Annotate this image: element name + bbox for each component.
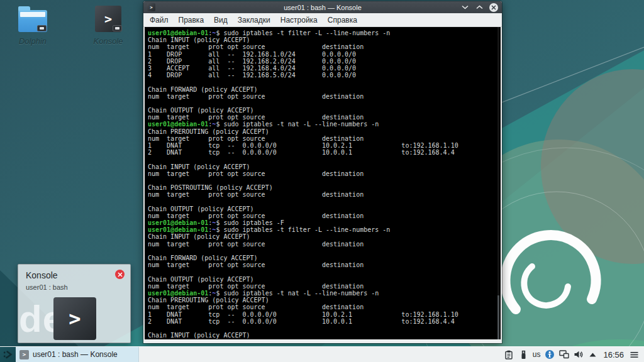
konsole-task-tooltip: Konsole user01 : bash >	[18, 264, 131, 343]
system-tray: us 16:56	[504, 347, 644, 362]
app-launcher-button[interactable]	[0, 347, 16, 362]
terminal-line: num target prot opt source destination	[148, 283, 501, 290]
terminal-line: Chain FORWARD (policy ACCEPT)	[148, 86, 501, 93]
desktop-icon-konsole[interactable]: > Konsole	[79, 4, 137, 46]
terminal-output[interactable]: user01@debian-01:~$ sudo iptables -t fil…	[145, 27, 501, 339]
terminal-line: num target prot opt source destination	[148, 241, 501, 248]
panel-menu-icon[interactable]	[629, 349, 640, 360]
keyboard-layout-indicator[interactable]: us	[533, 350, 541, 359]
terminal-line: Chain OUTPUT (policy ACCEPT)	[148, 276, 501, 283]
terminal-prompt-line: user01@debian-01:~$ sudo iptables -t fil…	[148, 30, 501, 36]
terminal-line	[148, 268, 501, 275]
terminal-line: num target prot opt source destination	[148, 212, 501, 219]
terminal-line: Chain INPUT (policy ACCEPT)	[148, 163, 501, 170]
terminal-prompt-line: user01@debian-01:~$ sudo iptables -F	[148, 219, 501, 226]
konsole-terminal-icon: >	[93, 4, 123, 34]
menu-settings[interactable]: Настройка	[275, 13, 323, 27]
terminal-line: 3 ACCEPT all -- 192.168.4.0/24 0.0.0.0/0	[148, 65, 501, 72]
info-center-icon[interactable]	[544, 349, 555, 360]
terminal-line	[148, 156, 501, 163]
terminal-line: 4 DROP all -- 192.168.5.0/24 0.0.0.0/0	[148, 72, 501, 79]
terminal-line	[148, 177, 501, 184]
clock[interactable]: 16:56	[603, 350, 624, 359]
minimize-button[interactable]	[460, 3, 469, 12]
task-konsole-icon: >	[19, 350, 29, 359]
terminal-line: num target prot opt source destination	[148, 304, 501, 310]
terminal-line: num target prot opt source destination	[148, 43, 501, 50]
terminal-line: 1 DNAT tcp -- 0.0.0.0/0 10.0.2.1 to:192.…	[148, 311, 501, 318]
terminal-line	[148, 199, 501, 206]
terminal-line: num target prot opt source destination	[148, 114, 501, 121]
display-network-icon[interactable]	[558, 349, 569, 360]
dolphin-folder-icon	[18, 4, 48, 34]
terminal-line	[148, 248, 501, 255]
terminal-line	[148, 79, 501, 85]
menu-help[interactable]: Справка	[323, 13, 362, 27]
terminal-line: Chain OUTPUT (policy ACCEPT)	[148, 206, 501, 212]
tooltip-close-button[interactable]	[115, 270, 125, 279]
taskbar: > user01 : bash — Konsole us 16:56	[0, 346, 644, 362]
terminal-line: Chain FORWARD (policy ACCEPT)	[148, 255, 501, 261]
terminal-line: 1 DROP all -- 192.168.1.0/24 0.0.0.0/0	[148, 51, 501, 58]
terminal-line: Chain INPUT (policy ACCEPT)	[148, 332, 501, 339]
desktop-icon-area: Dolphin > Konsole	[4, 4, 137, 46]
terminal-prompt-line: user01@debian-01:~$ sudo iptables -t fil…	[148, 226, 501, 233]
terminal-line: 1 DNAT tcp -- 0.0.0.0/0 10.0.2.1 to:192.…	[148, 142, 501, 149]
terminal-line: num target prot opt source destination	[148, 93, 501, 100]
menu-bookmarks[interactable]: Закладки	[233, 13, 275, 27]
desktop-icon-label: Konsole	[94, 36, 123, 46]
menu-file[interactable]: Файл	[145, 13, 174, 27]
terminal-line: Chain POSTROUTING (policy ACCEPT)	[148, 184, 501, 191]
maximize-button[interactable]	[475, 3, 484, 12]
terminal-line: 2 DROP all -- 192.168.2.0/24 0.0.0.0/0	[148, 58, 501, 65]
konsole-window: > user01 : bash — Konsole Файл Правка Ви…	[143, 1, 502, 343]
launcher-icon	[3, 350, 13, 359]
terminal-scrollbar[interactable]	[497, 27, 499, 339]
terminal-line: num target prot opt source destination	[148, 170, 501, 177]
window-titlebar[interactable]: > user01 : bash — Konsole	[143, 1, 502, 13]
terminal-prompt-line: user01@debian-01:~$ sudo iptables -t nat…	[148, 290, 501, 297]
shortcut-emblem-icon	[37, 25, 47, 31]
terminal-line: 2 DNAT tcp -- 0.0.0.0/0 10.0.0.1 to:192.…	[148, 149, 501, 156]
tooltip-subtitle: user01 : bash	[26, 283, 130, 291]
menu-edit[interactable]: Правка	[174, 13, 209, 27]
desktop-icon-dolphin[interactable]: Dolphin	[4, 4, 62, 46]
terminal-line: Chain PREROUTING (policy ACCEPT)	[148, 128, 501, 135]
expand-tray-icon[interactable]	[587, 349, 598, 360]
volume-icon[interactable]	[573, 349, 584, 360]
terminal-line: 2 DNAT tcp -- 0.0.0.0/0 10.0.0.1 to:192.…	[148, 318, 501, 325]
terminal-line: num target prot opt source destination	[148, 261, 501, 268]
terminal-line: Chain OUTPUT (policy ACCEPT)	[148, 107, 501, 114]
terminal-line: num target prot opt source destination	[148, 191, 501, 198]
terminal-prompt-line: user01@debian-01:~$ sudo iptables -t nat…	[148, 121, 501, 128]
tooltip-title: Konsole	[26, 270, 130, 280]
removable-device-icon[interactable]	[518, 349, 529, 360]
desktop: deb Dolphin > Konsole > user01 : bash — …	[0, 0, 644, 362]
shortcut-emblem-icon	[113, 25, 122, 31]
task-label: user01 : bash — Konsole	[33, 350, 118, 359]
taskbar-task-konsole[interactable]: > user01 : bash — Konsole	[16, 347, 139, 362]
terminal-line	[148, 325, 501, 332]
terminal-line: Chain INPUT (policy ACCEPT)	[148, 36, 501, 43]
desktop-icon-label: Dolphin	[19, 36, 47, 46]
konsole-preview-icon: >	[53, 297, 96, 340]
close-button[interactable]	[489, 3, 498, 12]
menu-view[interactable]: Вид	[209, 13, 233, 27]
window-menubar: Файл Правка Вид Закладки Настройка Справ…	[143, 13, 502, 27]
clipboard-icon[interactable]	[504, 349, 514, 360]
terminal-line	[148, 100, 501, 107]
terminal-line: Chain PREROUTING (policy ACCEPT)	[148, 297, 501, 304]
terminal-line: Chain INPUT (policy ACCEPT)	[148, 233, 501, 240]
terminal-line: num target prot opt source destination	[148, 135, 501, 142]
window-title: user01 : bash — Konsole	[143, 4, 502, 11]
